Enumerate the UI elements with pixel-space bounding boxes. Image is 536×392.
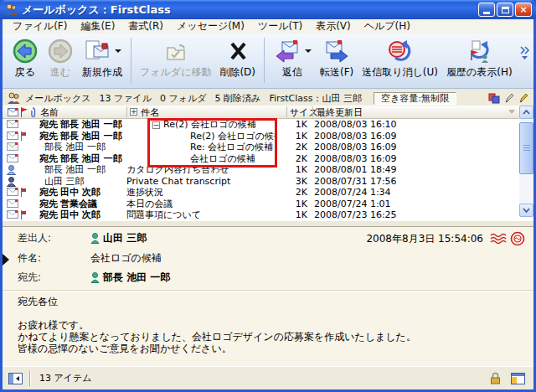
mailbox-window-icon <box>4 3 18 16</box>
message-list: 宛先部長 池田 一郎 −Re(2) 会社ロゴの候補 1K 2008/08/03 … <box>3 119 533 220</box>
lock-icon[interactable] <box>490 372 501 384</box>
to-label: 宛先 <box>39 199 58 209</box>
column-header-subject[interactable]: 件名 <box>141 106 159 119</box>
menu-edit[interactable]: 編集(E) <box>74 19 121 34</box>
to-value[interactable]: 部長 池田 一郎 <box>103 271 170 285</box>
subject: Re: 会社ロゴの候補 <box>190 142 273 152</box>
mail-column-icon[interactable] <box>8 108 18 119</box>
unsend-icon <box>386 39 415 64</box>
list-item[interactable]: 宛先営業会議 本日の会議 1K 2008/07/24 1:01 <box>3 199 533 210</box>
menu-view[interactable]: 表示(V) <box>309 19 358 34</box>
envelope-icon <box>7 154 18 165</box>
list-item[interactable]: 部長 池田 一郎 カタログ内容打ち合わせ 1K 2008/08/01 18:49 <box>3 164 533 176</box>
column-header-name[interactable]: 名前 <box>40 106 59 119</box>
list-item[interactable]: 山田 三郎 Private Chat transcript 3K 2008/07… <box>3 176 533 188</box>
column-header-modified[interactable]: 最終更新日 <box>317 106 363 119</box>
column-divider[interactable] <box>126 106 127 117</box>
maximize-icon <box>502 7 509 13</box>
to-label: 宛先 <box>39 153 58 164</box>
move-to-folder-button[interactable]: フォルダに移動 <box>136 36 215 81</box>
close-button[interactable]: × <box>515 3 532 17</box>
list-scrollbar[interactable] <box>519 106 533 217</box>
reply-dropdown-icon[interactable] <box>305 49 312 56</box>
from-field: 差出人: 山田 三郎 <box>18 231 147 245</box>
toolbar: 戻る 進む 新規作成 <box>3 34 533 88</box>
move-to-folder-icon <box>162 39 190 64</box>
forward-icon <box>47 39 74 64</box>
expand-all-icon[interactable]: + <box>130 108 137 116</box>
envelope-icon <box>7 188 18 199</box>
to-field: 宛先: 部長 池田 一郎 <box>18 271 170 285</box>
scrollbar-thumb[interactable] <box>519 122 533 174</box>
window-title: メールボックス：FirstClass <box>22 3 171 18</box>
list-item[interactable]: 宛先部長 池田 一郎 −Re(2) 会社ロゴの候補 1K 2008/08/03 … <box>3 119 533 131</box>
toggle-panes-icon[interactable] <box>511 373 525 384</box>
edit-pencil-icon[interactable] <box>518 93 528 104</box>
collapse-header-icon[interactable] <box>3 254 9 266</box>
menu-message[interactable]: メッセージ(M) <box>170 19 251 34</box>
subject: 進捗状況 <box>126 187 163 198</box>
column-divider[interactable] <box>286 106 287 117</box>
toggle-left-panel-icon[interactable] <box>8 373 23 384</box>
forward-message-button[interactable]: 転送(F) <box>316 36 358 81</box>
menu-file[interactable]: ファイル(F) <box>6 19 74 34</box>
person-icon <box>90 233 100 244</box>
pencil-icon[interactable] <box>504 93 514 104</box>
subject: 問題事項について <box>126 209 201 220</box>
maximize-button[interactable] <box>497 3 513 17</box>
back-button[interactable]: 戻る <box>8 36 43 81</box>
menu-bar: ファイル(F) 編集(E) 書式(R) メッセージ(M) ツール(T) 表示(V… <box>3 19 533 34</box>
list-item[interactable]: 宛先部長 池田 一郎 会社ロゴの候補 2K 2008/08/03 16:09 <box>3 153 533 165</box>
list-item[interactable]: 宛先田中 次郎 進捗状況 2K 2008/07/24 1:34 <box>3 187 533 199</box>
flag-icon <box>20 210 27 220</box>
menu-tools[interactable]: ツール(T) <box>251 19 309 34</box>
chevron-overflow-icon <box>518 45 530 60</box>
file-count: 13 ファイル <box>100 92 152 105</box>
delete-label: 削除(D) <box>219 65 255 80</box>
scroll-down-button[interactable] <box>519 204 533 217</box>
envelope-icon <box>7 210 18 220</box>
unsend-button[interactable]: 送信取り消し(U) <box>358 36 442 81</box>
from-value[interactable]: 山田 三郎 <box>103 231 147 245</box>
column-header-size[interactable]: サイズ <box>290 106 318 119</box>
new-message-button[interactable]: 新規作成 <box>78 36 126 81</box>
show-history-button[interactable]: 履歴の表示(H) <box>442 36 517 81</box>
sort-direction-icon[interactable] <box>508 110 515 117</box>
modified-date: 2008/08/03 16:09 <box>314 153 397 164</box>
scroll-up-button[interactable] <box>519 106 533 119</box>
flag-column-icon[interactable] <box>20 107 28 120</box>
forward-button[interactable]: 進む <box>43 36 78 81</box>
thumb-grip <box>523 145 530 146</box>
menu-format[interactable]: 書式(R) <box>121 19 170 34</box>
subject: カタログ内容打ち合わせ <box>126 164 229 175</box>
body-line <box>18 307 416 319</box>
modified-date: 2008/07/24 1:34 <box>314 187 391 198</box>
modified-date: 2008/07/24 1:01 <box>314 199 391 209</box>
list-column-header: 名前 + 件名 サイズ 最終更新日 <box>3 106 533 119</box>
pane-splitter[interactable] <box>3 220 533 227</box>
new-message-dropdown-icon[interactable] <box>115 49 121 56</box>
thread-collapse-icon[interactable]: − <box>152 121 160 129</box>
message-date: 2008年8月3日 15:54:06 <box>366 232 483 246</box>
sender-name: 部長 池田 一郎 <box>60 131 122 142</box>
pages-icon[interactable] <box>488 93 500 104</box>
to-label: 宛先 <box>39 187 58 198</box>
modified-date: 2008/07/31 17:56 <box>314 176 397 187</box>
list-item[interactable]: 宛先田中 次郎 問題事項について 1K 2008/07/23 16:25 <box>3 209 533 220</box>
minimize-button[interactable] <box>478 3 495 17</box>
reply-button[interactable]: 返信 <box>269 36 316 81</box>
column-divider[interactable] <box>312 106 313 117</box>
sender-name: 部長 池田 一郎 <box>60 153 122 164</box>
chevron-down-icon <box>523 208 530 213</box>
sender-name: 部長 池田 一郎 <box>60 119 122 130</box>
from-label: 差出人: <box>18 231 90 245</box>
message-preview-pane: 差出人: 山田 三郎 2008年8月3日 15:54:06 件名: 会社ロゴの候… <box>3 227 533 366</box>
delete-button[interactable]: 削除(D) <box>215 36 260 81</box>
title-bar[interactable]: メールボックス：FirstClass × <box>0 0 536 19</box>
list-item[interactable]: 部長 池田 一郎 Re: 会社ロゴの候補 2K 2008/08/03 16:09 <box>3 142 533 153</box>
attachment-column-icon[interactable] <box>29 107 37 120</box>
list-item[interactable]: 宛先部長 池田 一郎 Re(2) 会社ロゴの候補 1K 2008/08/03 1… <box>3 131 533 142</box>
menu-help[interactable]: ヘルプ(H) <box>358 19 417 34</box>
toolbar-overflow-button[interactable] <box>518 45 530 64</box>
header-body-divider <box>3 290 533 291</box>
